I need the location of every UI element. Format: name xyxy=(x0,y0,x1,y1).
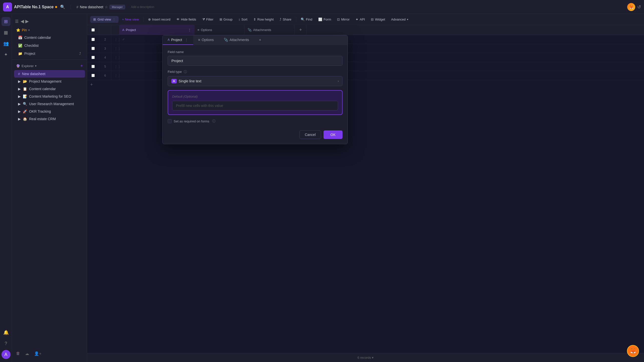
sidebar-icon-help[interactable]: ? xyxy=(2,339,11,348)
explorer-header[interactable]: 🔮 Explorer ▾ + xyxy=(12,62,87,70)
add-row-icon: + xyxy=(90,82,93,87)
row-drag[interactable]: ⋮⋮ xyxy=(111,35,119,44)
nav-item-okr[interactable]: ▶ 🚀 OKR Tracking xyxy=(14,108,85,115)
row-checkbox[interactable] xyxy=(87,53,99,62)
required-info-icon[interactable]: ⓘ xyxy=(212,119,216,123)
widget-btn[interactable]: ⊟ Widget xyxy=(368,16,387,23)
default-value-input[interactable] xyxy=(172,101,338,110)
field-name-input[interactable] xyxy=(168,56,343,66)
header-add-col[interactable]: + xyxy=(295,25,307,35)
view-options-icon[interactable]: ⋮ xyxy=(113,18,116,21)
required-checkbox[interactable] xyxy=(168,119,172,123)
row-drag[interactable]: ⋮⋮ xyxy=(111,44,119,53)
row-checkbox[interactable] xyxy=(87,71,99,80)
nav-item-project-mgmt[interactable]: ▶ 📂 Project Management xyxy=(14,78,85,85)
group-btn[interactable]: ⊞ Group xyxy=(217,16,235,23)
form-btn[interactable]: ⬜ Form xyxy=(316,16,334,23)
nav-item-real-estate[interactable]: ▶ 🏠 Real estate CRM xyxy=(14,115,85,123)
search-icon[interactable]: 🔍 xyxy=(59,4,66,11)
sheet-tab-area: # New datasheet ☆ Manager xyxy=(74,5,127,9)
tab-options-icon[interactable]: ⋮ xyxy=(185,38,188,42)
field-type-label: Field type ⓘ xyxy=(168,70,343,74)
new-view-btn[interactable]: + New view xyxy=(120,16,141,23)
nav-item-user-research[interactable]: ▶ 🔍 User Research Management xyxy=(14,100,85,108)
user-avatar[interactable]: 🦊 xyxy=(627,3,635,11)
app-avatar[interactable]: A xyxy=(3,3,12,12)
pinned-content-calendar[interactable]: 📅 Content calendar xyxy=(14,34,85,42)
sidebar-icon-explore[interactable]: ✦ xyxy=(2,50,11,59)
header-checkbox[interactable] xyxy=(87,25,99,35)
filter-bottom-icon[interactable]: ☁ xyxy=(25,351,29,356)
pinned-project[interactable]: 📁 Project ⤴ xyxy=(14,50,85,58)
field-type-info-icon[interactable]: ⓘ xyxy=(184,70,187,74)
sheet-tab[interactable]: # New datasheet ☆ Manager xyxy=(76,5,125,9)
grid-view-tab[interactable]: ⊞ Grid view ⋮ xyxy=(90,16,119,23)
cancel-button[interactable]: Cancel xyxy=(299,130,321,139)
hide-fields-btn[interactable]: 👁 Hide fields xyxy=(174,16,199,23)
attach-icon: 📎 xyxy=(248,28,252,32)
user-research-icon: 🔍 xyxy=(23,102,27,106)
left-sidebar: ⊞ ▦ 👥 ✦ 🔔 ? A xyxy=(0,14,12,362)
field-name-label: Field name xyxy=(168,50,343,54)
project-mgmt-icon: 📂 xyxy=(23,79,27,83)
sort-btn[interactable]: ↕ Sort xyxy=(236,16,250,23)
advanced-btn[interactable]: Advanced ▾ xyxy=(389,16,411,23)
eye-icon: 👁 xyxy=(176,18,180,21)
sidebar-icon-home[interactable]: ⊞ xyxy=(2,17,11,26)
insert-record-btn[interactable]: ⊕ Insert record xyxy=(146,16,173,23)
share-btn[interactable]: ⤴ Share xyxy=(277,16,294,23)
folder-icon: 📁 xyxy=(18,52,22,56)
row-num: 3 xyxy=(99,44,111,53)
row-drag[interactable]: ⋮⋮ xyxy=(111,53,119,62)
row-checkbox[interactable] xyxy=(87,44,99,53)
find-btn[interactable]: 🔍 Find xyxy=(298,16,315,23)
header-options[interactable]: ≡ Options xyxy=(194,25,245,35)
widget-icon: ⊟ xyxy=(371,18,374,21)
header-attachments[interactable]: 📎 Attachments xyxy=(245,25,295,35)
expand-icon[interactable]: ⤢ xyxy=(122,38,125,41)
field-menu-icon[interactable]: ⋮ xyxy=(188,28,191,32)
bottom-nav-icons: 🗑 ☁ 👤+ xyxy=(12,348,87,359)
header-num xyxy=(99,25,111,35)
sidebar-icon-people[interactable]: 👥 xyxy=(2,39,11,48)
tab-project[interactable]: A Project ⋮ xyxy=(163,35,193,45)
sidebar-icon-avatar-bottom[interactable]: A xyxy=(2,350,11,359)
mirror-icon: ⊡ xyxy=(337,18,340,21)
toolbar-sep-1 xyxy=(143,17,144,22)
trash-icon[interactable]: 🗑 xyxy=(16,351,20,356)
row-drag[interactable]: ⋮⋮ xyxy=(111,62,119,71)
insert-icon: ⊕ xyxy=(148,18,151,21)
nav-item-content-cal[interactable]: ▶ 📋 Content calendar xyxy=(14,85,85,93)
tab-attachments[interactable]: 📎 Attachments xyxy=(219,35,254,45)
triangle-icon-3: ▶ xyxy=(18,94,21,98)
records-count[interactable]: 6 records ▾ xyxy=(358,356,374,359)
row-checkbox[interactable] xyxy=(87,62,99,71)
ok-button[interactable]: OK xyxy=(324,130,343,139)
mirror-btn[interactable]: ⊡ Mirror xyxy=(335,16,352,23)
api-btn[interactable]: ✦ API xyxy=(353,16,367,23)
tab-options[interactable]: ≡ Options xyxy=(193,35,219,45)
tab-add[interactable]: + xyxy=(254,35,266,45)
sheet-description[interactable]: Add a description xyxy=(131,5,154,9)
row-height-btn[interactable]: ⇕ Row height xyxy=(251,16,276,23)
pin-header[interactable]: ⭐ Pin ▾ xyxy=(12,27,87,34)
pinned-checklist[interactable]: ✅ Checklist xyxy=(14,42,85,50)
sidebar-icon-bell[interactable]: 🔔 xyxy=(2,328,11,337)
field-type-selector[interactable]: A Single line text › xyxy=(168,76,343,86)
sidebar-icon-grid[interactable]: ▦ xyxy=(2,28,11,37)
group-icon: ⊞ xyxy=(220,18,222,21)
nav-item-content-mkt[interactable]: ▶ 📝 Content Marketing for SEO xyxy=(14,93,85,100)
nav-collapse-btn[interactable]: ☰ ◀ ▶ xyxy=(12,17,87,26)
undo-icon[interactable]: ↺ xyxy=(637,4,641,10)
row-checkbox[interactable] xyxy=(87,35,99,44)
row-drag[interactable]: ⋮⋮ xyxy=(111,71,119,80)
select-all-checkbox[interactable] xyxy=(91,28,95,32)
filter-btn[interactable]: ⧩ Filter xyxy=(200,16,216,23)
nav-item-new-datasheet[interactable]: # New datasheet xyxy=(14,70,85,78)
add-col-icon[interactable]: + xyxy=(299,27,302,33)
people-bottom-icon[interactable]: 👤+ xyxy=(34,351,41,356)
bottom-right-support-avatar[interactable]: 🦊 xyxy=(627,345,639,357)
star-icon[interactable]: ☆ xyxy=(105,5,108,9)
header-project[interactable]: A Project ⋮ xyxy=(119,25,194,35)
add-space-btn[interactable]: + xyxy=(80,63,83,69)
